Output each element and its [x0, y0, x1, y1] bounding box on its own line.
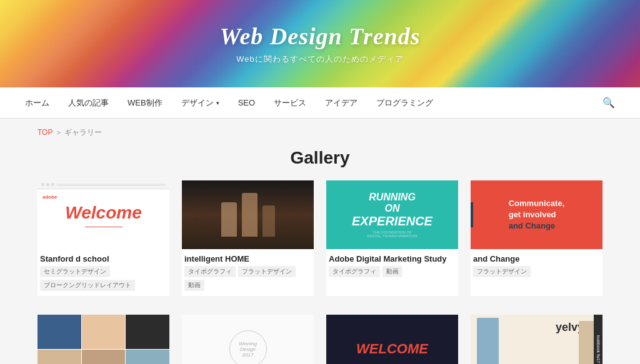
gallery-item-adobe[interactable]: RunningOnExperience THE FOUNDATION OFDIG…: [326, 180, 458, 296]
nav-item-design[interactable]: デザイン ▾: [181, 97, 219, 109]
gallery-item-stanford[interactable]: adobe Welcome Stanford d school セミグラットデザ…: [38, 180, 169, 296]
nav-item-idea[interactable]: アイデア: [325, 97, 358, 109]
tag-1: フラットデザイン: [238, 266, 296, 277]
dot2: [46, 183, 49, 186]
welcome-text: Welcome: [65, 203, 141, 223]
cell-4: [38, 350, 81, 365]
decorative-line: [85, 227, 122, 227]
nav-item-web[interactable]: WEB制作: [128, 97, 162, 109]
gallery-item-circle[interactable]: WinningDesign2017: [182, 315, 314, 364]
nav-items: ホーム 人気の記事 WEB制作 デザイン ▾ SEO サービス アイデア プログ…: [25, 97, 602, 109]
cell-5: [82, 350, 126, 365]
dot1: [41, 183, 44, 186]
accent-bar: [471, 202, 473, 227]
welcome2-text: WELCOME: [356, 341, 428, 357]
ihome-scene: [182, 180, 314, 249]
item-tags-stanford: セミグラットデザイン ブロークングリッドレイアウト: [38, 266, 169, 296]
cell-1: [38, 315, 81, 349]
tag-0: フラットデザイン: [473, 266, 531, 277]
breadcrumb-separator: ＞: [55, 128, 62, 137]
change-text: Communicate, get involved and Change: [502, 192, 571, 239]
item-title-ihome: intelligent HOME: [182, 249, 314, 266]
thumbnail-circle: WinningDesign2017: [182, 315, 314, 364]
tag-2: 動画: [184, 280, 204, 291]
gallery-item-welcome2[interactable]: WELCOME: [326, 315, 458, 364]
circle-ring: WinningDesign2017: [229, 330, 267, 364]
gallery-item-yelvy[interactable]: yelvy lookbook fw17: [471, 315, 602, 364]
tag-0: タイポグラフィ: [184, 266, 236, 277]
item-tags-change: フラットデザイン: [471, 266, 602, 282]
gallery-item-change[interactable]: Communicate, get involved and Change and…: [471, 180, 602, 296]
nav-item-programming[interactable]: プログラミング: [376, 97, 433, 109]
search-icon[interactable]: 🔍: [602, 97, 615, 109]
site-title: Web Design Trends: [220, 22, 421, 50]
thumbnail-change: Communicate, get involved and Change: [471, 180, 602, 249]
nav-item-seo[interactable]: SEO: [238, 98, 255, 107]
dot3: [51, 183, 54, 186]
url-bar: [56, 184, 166, 186]
item-title-stanford: Stanford d school: [38, 249, 169, 266]
item-title-adobe: Adobe Digital Marketing Study: [326, 249, 458, 266]
item-tags-ihome: タイポグラフィ フラットデザイン 動画: [182, 266, 314, 296]
breadcrumb-current: ギャラリー: [64, 128, 102, 137]
tag-0: タイポグラフィ: [329, 266, 380, 277]
adobe-sub-text: THE FOUNDATION OFDIGITAL TRANSFORMATION: [352, 230, 432, 238]
site-header: Web Design Trends Webに関わるすべての人のためのメディア: [0, 0, 640, 87]
thumbnail-adobe: RunningOnExperience THE FOUNDATION OFDIG…: [326, 180, 458, 249]
browser-chrome: [38, 180, 169, 189]
site-logo-small: adobe: [42, 194, 58, 200]
gallery-item-fashion[interactable]: [38, 315, 169, 364]
cell-6: [126, 350, 169, 365]
tag-1: ブロークングリッドレイアウト: [40, 280, 135, 291]
main-nav: ホーム 人気の記事 WEB制作 デザイン ▾ SEO サービス アイデア プログ…: [0, 87, 640, 119]
gallery-item-ihome[interactable]: intelligent HOME タイポグラフィ フラットデザイン 動画: [182, 180, 314, 296]
cell-2: [82, 315, 126, 349]
nav-item-home[interactable]: ホーム: [25, 97, 49, 109]
person-figure-left: [477, 318, 499, 364]
side-tag: lookbook fw17: [594, 315, 602, 364]
adobe-running-text: RunningOnExperience: [352, 192, 432, 227]
item-tags-adobe: タイポグラフィ 動画: [326, 266, 458, 282]
thumbnail-yelvy: yelvy lookbook fw17: [471, 315, 602, 364]
gallery-grid-row2: WinningDesign2017 WELCOME yelvy lookbook…: [0, 315, 640, 364]
gallery-grid-row1: adobe Welcome Stanford d school セミグラットデザ…: [0, 180, 640, 315]
page-title: Gallery: [0, 143, 640, 180]
thumbnail-welcome2: WELCOME: [326, 315, 458, 364]
chevron-down-icon: ▾: [216, 100, 219, 106]
thumbnail-stanford: adobe Welcome: [38, 180, 169, 249]
thumbnail-fashion: [38, 315, 169, 364]
tag-1: 動画: [382, 266, 402, 277]
nav-item-service[interactable]: サービス: [274, 97, 306, 109]
nav-item-popular[interactable]: 人気の記事: [68, 97, 109, 109]
tag-0: セミグラットデザイン: [40, 266, 110, 277]
site-subtitle: Webに関わるすべての人のためのメディア: [236, 54, 404, 65]
circle-inner-text: WinningDesign2017: [239, 341, 257, 358]
cell-3: [126, 315, 169, 349]
breadcrumb-top[interactable]: TOP: [38, 128, 52, 137]
thumbnail-ihome: [182, 180, 314, 249]
breadcrumb: TOP ＞ ギャラリー: [0, 119, 640, 143]
item-title-change: and Change: [471, 249, 602, 266]
